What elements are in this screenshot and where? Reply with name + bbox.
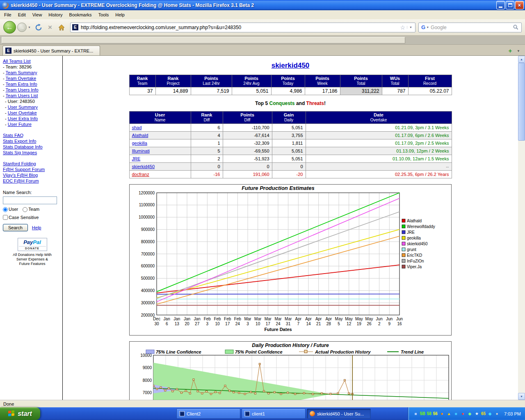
tray-icon-0[interactable]: ■ <box>413 411 418 416</box>
user-heading-link[interactable]: skierkid450 <box>272 62 310 69</box>
sidebar-link-team-users-info[interactable]: Team Users Info <box>6 87 39 92</box>
sidebar-link-all-teams-list[interactable]: All Teams List <box>3 59 31 64</box>
sidebar-link-user-overtake[interactable]: User Overtake <box>8 110 37 115</box>
menu-edit[interactable]: Edit <box>15 11 29 18</box>
cell-rank-diff: 5 <box>191 147 223 155</box>
stop-button[interactable]: × <box>45 22 55 33</box>
sidebar-link-vijay-s-f-h-blog[interactable]: Vijay's F@H Blog <box>3 173 38 178</box>
close-button[interactable]: × <box>515 1 524 9</box>
sidebar-link-stanford-folding[interactable]: Stanford Folding <box>3 161 36 166</box>
history-dropdown-icon[interactable]: ▼ <box>27 26 33 29</box>
sidebar-link-stats-faq[interactable]: Stats FAQ <box>3 133 23 138</box>
sidebar-link-user-extra-info[interactable]: User Extra Info <box>8 116 38 121</box>
sidebar-link-team-summary[interactable]: Team Summary <box>6 70 37 75</box>
sidebar-link-stats-export-info[interactable]: Stats Export Info <box>3 139 36 144</box>
tray-icon-6[interactable]: ■ <box>453 411 459 416</box>
overtake-row-illuminati: Illuminati5-69,5505,05101.13.09, 12pm / … <box>129 147 452 155</box>
taskbar-window-client1[interactable]: client1 <box>242 409 306 419</box>
cell-date-overtake: 01.10.09, 12am / 1.5 Weeks <box>306 155 452 163</box>
case-sensitive-checkbox[interactable]: Case Sensitive <box>3 214 39 221</box>
menu-history[interactable]: History <box>45 11 66 18</box>
search-box[interactable]: G ▼ Google <box>418 23 522 32</box>
tab-user-summary[interactable]: E skierkid450 - User Summary - EXTRE... <box>2 46 100 55</box>
new-tab-button[interactable]: + <box>506 47 514 55</box>
svg-text:19: 19 <box>357 322 362 326</box>
refresh-button[interactable] <box>33 22 44 33</box>
svg-text:300000: 300000 <box>141 301 155 305</box>
search-engine-dropdown-icon[interactable]: ▼ <box>425 26 431 29</box>
upper-scrollbar[interactable] <box>0 36 525 45</box>
sidebar-link-stats-sig-images[interactable]: Stats Sig Images <box>3 150 37 155</box>
menu-bookmarks[interactable]: Bookmarks <box>66 11 95 18</box>
refresh-icon <box>35 24 42 31</box>
heading-text: ! <box>324 100 326 106</box>
tab-list-dropdown-icon[interactable]: ▼ <box>514 49 523 55</box>
sidebar-link-user-summary[interactable]: User Summary <box>8 105 38 110</box>
back-button[interactable]: ← <box>3 21 16 34</box>
menu-view[interactable]: View <box>29 11 46 18</box>
user-link-docfranz[interactable]: docfranz <box>132 172 149 177</box>
scrollbar-track[interactable] <box>518 141 525 393</box>
name-search-input[interactable] <box>3 196 57 204</box>
tray-icon-8[interactable]: ◆ <box>467 411 472 416</box>
taskbar-window-skierkid450-user-su[interactable]: skierkid450 - User Su... <box>307 409 371 419</box>
page-scrollbar[interactable]: ▲ ▼ <box>518 56 525 400</box>
taskbar-window-client2[interactable]: Client2 <box>176 409 240 419</box>
cell-user: docfranz <box>129 171 191 178</box>
cell-gain: 5,051 <box>272 147 306 155</box>
tray-icon-7[interactable]: ● <box>460 411 466 416</box>
cell-user: skierkid450 <box>129 163 191 171</box>
search-icon[interactable] <box>513 24 519 30</box>
help-link[interactable]: Help <box>32 225 41 230</box>
user-link-alathald[interactable]: Alathald <box>132 133 148 138</box>
svg-text:12: 12 <box>347 322 352 326</box>
tray-icon-11[interactable]: ◆ <box>487 411 493 416</box>
tray-icon-5[interactable]: ▲ <box>446 411 452 416</box>
scroll-down-button[interactable]: ▼ <box>518 393 525 400</box>
tray-icon-4[interactable]: ● <box>439 411 445 416</box>
user-link-jre[interactable]: JRE <box>132 156 141 161</box>
start-button[interactable]: start <box>0 407 40 420</box>
home-button[interactable] <box>56 22 67 33</box>
sidebar-item-user-summary: - User Summary <box>3 104 62 110</box>
url-text[interactable]: http://folding.extremeoverclocking.com/u… <box>81 25 399 30</box>
user-link-illuminati[interactable]: Illuminati <box>132 148 150 153</box>
menu-file[interactable]: File <box>1 11 15 18</box>
cell-rank-diff: 2 <box>191 155 223 163</box>
sidebar-link-stats-database-info[interactable]: Stats Database Info <box>3 144 43 149</box>
sidebar-link-eoc-f-h-forum[interactable]: EOC F@H Forum <box>3 178 39 183</box>
user-link-shad[interactable]: shad <box>132 125 142 130</box>
radio-user[interactable]: User <box>3 206 18 213</box>
user-link-geokilla[interactable]: geokilla <box>132 141 147 146</box>
radio-team[interactable]: Team <box>23 206 39 213</box>
menu-tools[interactable]: Tools <box>95 11 112 18</box>
menu-help[interactable]: Help <box>112 11 128 18</box>
sidebar-link-f-h-support-forum[interactable]: F@H Support Forum <box>3 167 45 172</box>
svg-text:Apr: Apr <box>315 317 322 321</box>
svg-text:May: May <box>355 317 363 321</box>
paypal-donate-button[interactable]: PayPal DONATE <box>18 238 47 251</box>
window-titlebar[interactable]: skierkid450 - User Summary - EXTREME Ove… <box>0 0 525 10</box>
search-input[interactable]: Google <box>431 25 513 30</box>
tray-icon-12[interactable]: ● <box>494 411 500 416</box>
maximize-button[interactable] <box>506 1 514 9</box>
sidebar-link-team-users-list[interactable]: Team Users List <box>6 93 38 98</box>
start-label: start <box>18 410 32 418</box>
scroll-up-button[interactable]: ▲ <box>518 56 525 63</box>
address-bar[interactable]: E http://folding.extremeoverclocking.com… <box>70 23 415 32</box>
minimize-button[interactable] <box>496 1 505 9</box>
cell-user: Illuminati <box>129 147 191 155</box>
forward-button[interactable]: → <box>17 23 27 32</box>
scrollbar-thumb[interactable] <box>518 63 525 141</box>
cell-user: Alathald <box>129 132 191 139</box>
tray-icon-9[interactable]: ★ <box>474 411 479 416</box>
search-button[interactable]: Search <box>3 224 28 231</box>
upper-scrollbar-thumb[interactable] <box>2 37 405 43</box>
url-dropdown-icon[interactable]: ▼ <box>407 26 413 29</box>
sidebar-link-team-overtake[interactable]: Team Overtake <box>6 76 37 81</box>
user-link-skierkid450[interactable]: skierkid450 <box>132 164 155 169</box>
sidebar-link-user-future[interactable]: User Future <box>8 122 32 127</box>
sidebar-item-team-summary: - Team Summary <box>3 70 62 75</box>
bookmark-star-icon[interactable]: ☆ <box>399 24 407 31</box>
sidebar-link-team-extra-info[interactable]: Team Extra Info <box>6 82 37 87</box>
